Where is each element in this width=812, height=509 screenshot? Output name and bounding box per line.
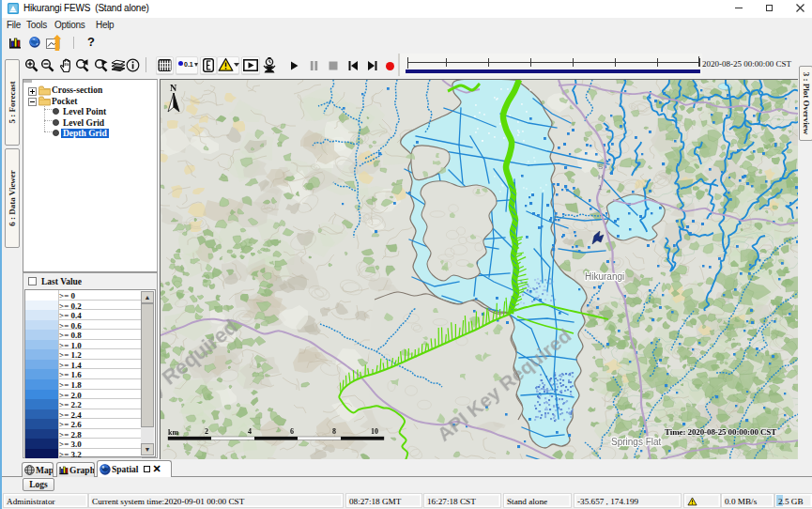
svg-text:Springs Flat: Springs Flat [611,437,662,447]
svg-text:4: 4 [248,427,252,436]
svg-text:1: 1 [598,183,603,192]
svg-text:2: 2 [205,427,208,436]
svg-text:S: S [598,162,603,171]
svg-text:6: 6 [290,427,294,436]
svg-text:Time: 2020-08-25 00:00:00 CST: Time: 2020-08-25 00:00:00 CST [665,427,776,437]
svg-text:N: N [170,83,177,93]
svg-text:km: km [168,428,178,437]
svg-text:10: 10 [371,427,378,436]
svg-text:H: H [598,173,604,181]
svg-text:Hikurangi: Hikurangi [585,271,624,282]
svg-text:8: 8 [332,427,336,436]
